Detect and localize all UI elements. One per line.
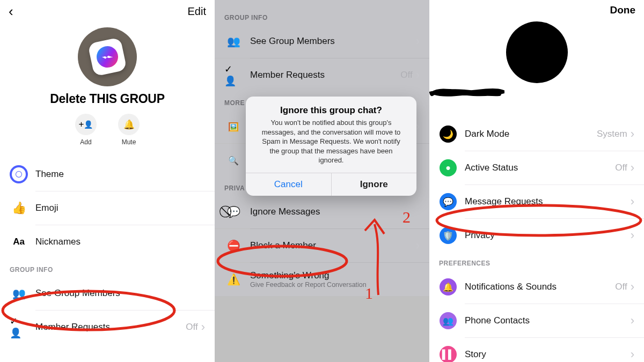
moon-icon: 🌙: [440, 125, 457, 143]
search-icon: 🔍: [228, 156, 239, 166]
active-status-row[interactable]: ● Active Status Off: [429, 151, 644, 184]
groupinfo-header: GROUP INFO: [0, 258, 215, 277]
ignore-button[interactable]: Ignore: [331, 173, 417, 196]
add-person-icon: +👤: [79, 119, 93, 130]
thumb-icon: 👍: [12, 201, 26, 215]
message-icon: 💬: [440, 193, 457, 210]
annotation-step-2: 2: [402, 208, 411, 226]
chevron-right-icon: [416, 34, 420, 48]
mute-button[interactable]: 🔔 Mute: [118, 114, 140, 146]
status-icon: ●: [440, 159, 457, 176]
chevron-right-icon: [631, 161, 634, 175]
chevron-right-icon: [416, 68, 420, 82]
person-check-icon: ✓👤: [10, 315, 28, 339]
member-requests-row[interactable]: ✓👤 Member Requests Off: [0, 311, 215, 344]
preferences-header: PREFERENCES: [429, 252, 644, 270]
message-requests-row[interactable]: 💬 Message Requests: [429, 185, 644, 218]
shield-icon: 🛡️: [440, 227, 457, 244]
modal-title: Ignore this group chat?: [257, 105, 406, 116]
warning-icon: ⚠️: [227, 273, 240, 286]
notifications-row[interactable]: 🔔 Notifications & Sounds Off: [429, 270, 644, 304]
chevron-right-icon: [416, 239, 420, 253]
members-icon: 👥: [12, 287, 26, 300]
story-row[interactable]: ▌▌ Story: [429, 338, 644, 362]
members-icon: 👥: [227, 35, 240, 48]
aa-icon: Aa: [13, 237, 25, 247]
back-icon[interactable]: ‹: [9, 3, 13, 20]
photo-icon: 🖼️: [228, 122, 239, 132]
dark-mode-row[interactable]: 🌙 Dark Mode System: [429, 117, 644, 151]
annotation-step-1: 1: [365, 284, 373, 302]
person-check-icon: ✓👤: [224, 63, 243, 87]
theme-icon: [12, 167, 26, 181]
cancel-button[interactable]: Cancel: [246, 173, 331, 196]
bell-icon: 🔔: [123, 119, 135, 130]
add-button[interactable]: +👤 Add: [75, 114, 97, 146]
bell-icon: 🔔: [440, 278, 457, 295]
panel-ignore-dialog: GROUP INFO 👥 See Group Members ✓👤 Member…: [215, 0, 429, 362]
privacy-row[interactable]: 🛡️ Privacy: [429, 219, 644, 252]
ignore-modal: Ignore this group chat? You won't be not…: [246, 97, 416, 196]
chevron-right-icon: [631, 127, 634, 141]
ignore-messages-row[interactable]: 💬⃠ Ignore Messages: [215, 195, 429, 228]
chevron-right-icon: [631, 314, 634, 328]
chevron-right-icon: [631, 280, 634, 294]
block-icon: ⛔: [227, 239, 240, 252]
emoji-row[interactable]: 👍 Emoji: [0, 191, 215, 225]
profile-avatar[interactable]: [506, 21, 568, 83]
member-requests-row-2[interactable]: ✓👤 Member Requests Off: [215, 58, 429, 92]
messenger-icon: [87, 37, 127, 77]
block-member-row[interactable]: ⛔ Block a Member: [215, 229, 429, 262]
groupinfo-header-2: GROUP INFO: [215, 0, 429, 25]
contacts-icon: 👥: [440, 312, 457, 329]
modal-body-text: You won't be notified about this group's…: [257, 118, 406, 165]
chevron-right-icon: [631, 195, 634, 209]
chevron-right-icon: [631, 228, 634, 242]
see-group-members-row[interactable]: 👥 See Group Members: [0, 277, 215, 310]
done-button[interactable]: Done: [610, 4, 636, 16]
chevron-right-icon: [201, 320, 205, 334]
panel-me-settings: Done 🌙 Dark Mode System ● Active Status …: [429, 0, 644, 362]
profile-name-scribble: [429, 84, 504, 100]
story-icon: ▌▌: [440, 346, 457, 362]
theme-row[interactable]: Theme: [0, 158, 215, 191]
panel-group-settings: ‹ Edit Delete THIS GROUP +👤 Add 🔔 Mute T…: [0, 0, 215, 362]
edit-button[interactable]: Edit: [188, 5, 206, 18]
see-group-members-row-2[interactable]: 👥 See Group Members: [215, 25, 429, 58]
group-title: Delete THIS GROUP: [0, 92, 215, 114]
chevron-right-icon: [631, 348, 634, 361]
group-avatar[interactable]: [78, 27, 137, 86]
nicknames-row[interactable]: Aa Nicknames: [0, 225, 215, 258]
phone-contacts-row[interactable]: 👥 Phone Contacts: [429, 304, 644, 337]
ignore-icon: 💬⃠: [227, 205, 240, 218]
something-wrong-row[interactable]: ⚠️ Something's Wrong Give Feedback or Re…: [215, 263, 429, 296]
